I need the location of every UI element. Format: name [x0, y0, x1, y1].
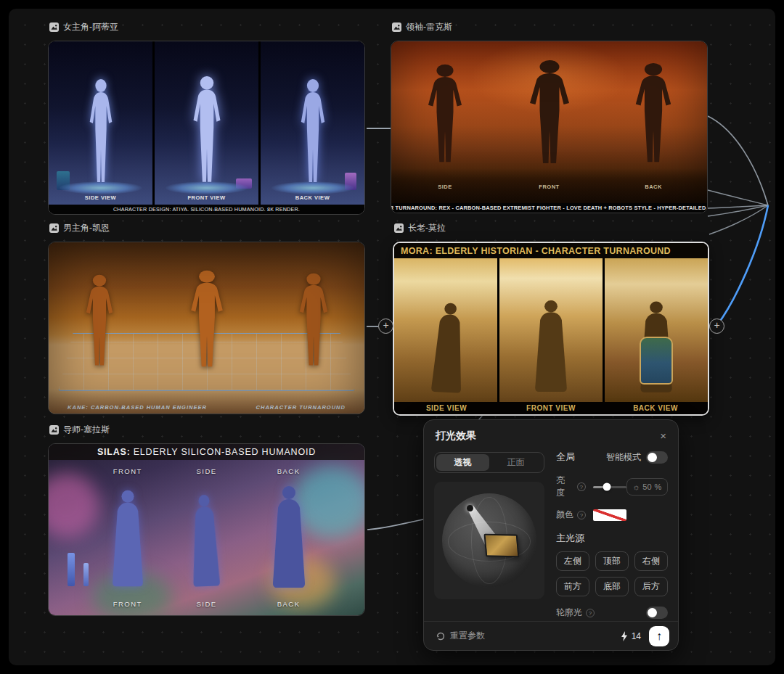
mora-side-pane	[394, 258, 497, 402]
main-light-label: 主光源	[556, 532, 584, 545]
tab-perspective[interactable]: 透视	[436, 454, 489, 471]
atiya-figure-side	[82, 77, 119, 186]
node-atiya[interactable]: 女主角-阿蒂亚 SIDE VIEW FRONT VIEW	[48, 22, 365, 215]
node-rex-image[interactable]: SIDE FRONT BACK CHARACTER TURNAROUND: RE…	[391, 41, 708, 213]
silas-title: SILAS: ELDERLY SILICON-BASED HUMANOID	[49, 444, 364, 460]
atiya-figure-back	[293, 77, 332, 186]
mora-back-pane	[605, 258, 708, 402]
mora-panels	[394, 258, 708, 402]
node-silas[interactable]: 导师-塞拉斯 FRONT SIDE BACK	[48, 424, 365, 616]
mora-title: MORA: ELDERLY HISTORIAN - CHARACTER TURN…	[394, 243, 708, 258]
kane-figure-back	[290, 271, 338, 369]
node-rex-label-row: 领袖-雷克斯	[392, 22, 708, 32]
silas-title-name: SILAS:	[97, 447, 131, 457]
panel-title: 打光效果	[436, 430, 476, 443]
node-atiya-image[interactable]: SIDE VIEW FRONT VIEW BACK VIEW	[48, 41, 365, 215]
image-icon	[49, 425, 59, 435]
help-icon: ?	[577, 482, 586, 491]
node-title: 男主角-凯恩	[63, 222, 110, 234]
rex-scene: SIDE FRONT BACK	[391, 41, 707, 203]
kane-caption-left: KANE: CARBON-BASED HUMAN ENGINEER	[68, 404, 207, 411]
node-kane-image[interactable]: KANE: CARBON-BASED HUMAN ENGINEER CHARAC…	[48, 242, 365, 414]
atiya-caption: CHARACTER DESIGN: ATIYA. SILICON-BASED H…	[49, 205, 364, 214]
brightness-value: 50	[642, 482, 651, 491]
help-icon: ?	[586, 609, 595, 617]
credit-count: 14	[632, 631, 641, 641]
global-label: 全局	[556, 451, 575, 464]
atiya-back-pane: BACK VIEW	[261, 41, 364, 205]
light-direction-widget[interactable]	[434, 482, 544, 599]
view-label: FRONT	[113, 467, 142, 475]
panel-header: 打光效果 ×	[424, 420, 678, 449]
node-silas-label-row: 导师-塞拉斯	[49, 424, 365, 435]
rim-light-row: 轮廓光 ?	[556, 607, 668, 619]
reset-params-button[interactable]: 重置参数	[436, 630, 485, 642]
panel-footer: 重置参数 14 ↑	[424, 621, 678, 650]
node-mora-image[interactable]: MORA: ELDERLY HISTORIAN - CHARACTER TURN…	[393, 242, 709, 416]
reset-label: 重置参数	[450, 630, 485, 642]
mora-figure-front	[529, 297, 572, 396]
light-sphere[interactable]	[442, 493, 536, 588]
node-silas-image[interactable]: FRONT SIDE BACK FRONT SIDE BACK SILAS: E…	[48, 443, 365, 616]
silas-figure-side	[185, 491, 224, 591]
light-bottom-button[interactable]: 底部	[595, 577, 629, 596]
view-label: SIDE VIEW	[85, 194, 116, 201]
main-light-row: 主光源	[556, 532, 668, 545]
rex-figure-front	[517, 58, 582, 167]
color-row: 颜色 ?	[556, 509, 668, 521]
node-mora-label-row: 长老-莫拉	[394, 223, 709, 233]
light-left-button[interactable]: 左侧	[556, 551, 589, 571]
lighting-panel: 打光效果 × 透视 正面	[423, 419, 679, 651]
image-plane-preview	[483, 534, 519, 558]
view-label: BACK VIEW	[603, 402, 708, 414]
view-label: FRONT VIEW	[499, 402, 603, 414]
node-rex[interactable]: 领袖-雷克斯 SIDE FRONT BACK CHARACTER TURNARO…	[391, 22, 708, 213]
node-title: 导师-塞拉斯	[63, 424, 110, 436]
mora-figure-side	[425, 300, 471, 398]
up-arrow-icon: ↑	[656, 630, 662, 642]
kane-figure-side	[77, 273, 121, 369]
silas-figure-back	[267, 483, 311, 592]
light-right-button[interactable]: 右侧	[634, 551, 668, 571]
smart-mode-toggle[interactable]	[646, 451, 668, 464]
close-icon[interactable]: ×	[660, 431, 666, 441]
brightness-label: 亮度	[556, 474, 573, 499]
submit-button[interactable]: ↑	[649, 626, 669, 646]
sun-icon: ☼	[632, 482, 640, 491]
port-add-right[interactable]: +	[709, 318, 724, 334]
port-add-left[interactable]: +	[378, 318, 393, 334]
color-swatch-none[interactable]	[593, 509, 626, 521]
node-title: 长老-莫拉	[408, 222, 446, 234]
node-kane[interactable]: 男主角-凯恩 KANE: CARBON-BASED HUMAN ENGINEER…	[48, 223, 365, 414]
view-label: BACK	[645, 184, 662, 190]
light-back-button[interactable]: 后方	[634, 577, 668, 596]
brightness-unit: %	[655, 482, 662, 491]
light-source-handle[interactable]	[467, 505, 473, 511]
global-row: 全局 智能模式	[556, 451, 668, 464]
view-label: FRONT	[539, 184, 559, 190]
smart-mode-label: 智能模式	[606, 451, 641, 464]
brightness-slider[interactable]	[593, 486, 626, 488]
atiya-front-pane: FRONT VIEW	[155, 41, 258, 205]
mora-view-bar: SIDE VIEW FRONT VIEW BACK VIEW	[394, 402, 708, 414]
mora-painted-cape	[640, 337, 673, 385]
node-canvas[interactable]: 女主角-阿蒂亚 SIDE VIEW FRONT VIEW	[9, 9, 775, 665]
light-direction-buttons: 左侧 顶部 右侧 前方 底部 后方	[556, 551, 668, 596]
brightness-row: 亮度 ? ☼ 50 %	[556, 474, 668, 499]
silas-title-rest: ELDERLY SILICON-BASED HUMANOID	[134, 447, 316, 457]
rim-light-toggle[interactable]	[646, 607, 668, 619]
tab-front[interactable]: 正面	[489, 454, 542, 471]
rex-figure-back	[624, 61, 682, 165]
light-front-button[interactable]: 前方	[556, 577, 589, 596]
view-label: BACK VIEW	[295, 194, 330, 201]
light-top-button[interactable]: 顶部	[595, 551, 629, 571]
view-label: BACK	[277, 467, 301, 475]
image-icon	[392, 22, 401, 32]
node-mora[interactable]: 长老-莫拉 MORA: ELDERLY HISTORIAN - CHARACTE…	[393, 223, 709, 416]
silas-scene: FRONT SIDE BACK FRONT SIDE BACK	[49, 444, 364, 615]
brightness-value-box[interactable]: ☼ 50 %	[626, 478, 668, 496]
slider-knob[interactable]	[603, 483, 611, 491]
kane-figure-front	[180, 268, 233, 370]
node-title: 女主角-阿蒂亚	[63, 21, 118, 33]
atiya-panels: SIDE VIEW FRONT VIEW BACK VIEW	[49, 41, 364, 205]
